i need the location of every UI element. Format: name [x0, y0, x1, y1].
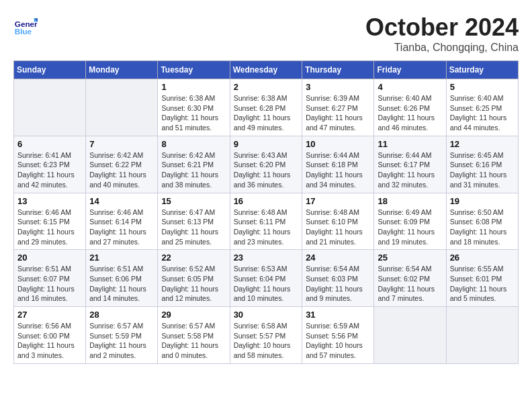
day-number: 17: [306, 196, 370, 206]
day-info: Sunrise: 6:55 AMSunset: 6:01 PMDaylight:…: [450, 264, 515, 304]
day-number: 12: [450, 139, 515, 149]
day-info: Sunrise: 6:39 AMSunset: 6:27 PMDaylight:…: [306, 93, 370, 133]
calendar-table: SundayMondayTuesdayWednesdayThursdayFrid…: [13, 60, 519, 364]
calendar-cell: 6Sunrise: 6:41 AMSunset: 6:23 PMDaylight…: [14, 136, 86, 193]
day-number: 6: [17, 139, 82, 149]
weekday-header-monday: Monday: [86, 61, 158, 79]
day-info: Sunrise: 6:51 AMSunset: 6:07 PMDaylight:…: [17, 264, 82, 304]
day-number: 30: [234, 310, 299, 320]
day-info: Sunrise: 6:59 AMSunset: 5:56 PMDaylight:…: [306, 321, 370, 361]
day-info: Sunrise: 6:38 AMSunset: 6:28 PMDaylight:…: [234, 93, 299, 133]
calendar-cell: 15Sunrise: 6:47 AMSunset: 6:13 PMDayligh…: [158, 193, 230, 250]
calendar-cell: 28Sunrise: 6:57 AMSunset: 5:59 PMDayligh…: [86, 307, 158, 364]
day-info: Sunrise: 6:54 AMSunset: 6:02 PMDaylight:…: [378, 264, 442, 304]
calendar-cell: 18Sunrise: 6:49 AMSunset: 6:09 PMDayligh…: [374, 193, 446, 250]
day-number: 24: [306, 253, 370, 263]
day-number: 29: [161, 310, 226, 320]
calendar-cell: 24Sunrise: 6:54 AMSunset: 6:03 PMDayligh…: [302, 250, 374, 307]
day-number: 15: [161, 196, 226, 206]
month-title: October 2024: [365, 13, 519, 42]
day-info: Sunrise: 6:38 AMSunset: 6:30 PMDaylight:…: [161, 93, 226, 133]
calendar-cell: 19Sunrise: 6:50 AMSunset: 6:08 PMDayligh…: [446, 193, 518, 250]
day-info: Sunrise: 6:40 AMSunset: 6:25 PMDaylight:…: [450, 93, 515, 133]
calendar-cell: 8Sunrise: 6:42 AMSunset: 6:21 PMDaylight…: [158, 136, 230, 193]
day-info: Sunrise: 6:57 AMSunset: 5:58 PMDaylight:…: [161, 321, 226, 361]
weekday-header-wednesday: Wednesday: [230, 61, 302, 79]
week-row-3: 13Sunrise: 6:46 AMSunset: 6:15 PMDayligh…: [14, 193, 519, 250]
day-number: 1: [161, 82, 226, 92]
calendar-cell: 7Sunrise: 6:42 AMSunset: 6:22 PMDaylight…: [86, 136, 158, 193]
calendar-cell: 9Sunrise: 6:43 AMSunset: 6:20 PMDaylight…: [230, 136, 302, 193]
day-info: Sunrise: 6:44 AMSunset: 6:18 PMDaylight:…: [306, 150, 370, 190]
calendar-cell: 1Sunrise: 6:38 AMSunset: 6:30 PMDaylight…: [158, 79, 230, 136]
day-number: 4: [378, 82, 442, 92]
calendar-cell: 14Sunrise: 6:46 AMSunset: 6:14 PMDayligh…: [86, 193, 158, 250]
calendar-cell: 27Sunrise: 6:56 AMSunset: 6:00 PMDayligh…: [14, 307, 86, 364]
day-number: 3: [306, 82, 370, 92]
day-info: Sunrise: 6:44 AMSunset: 6:17 PMDaylight:…: [378, 150, 442, 190]
day-info: Sunrise: 6:47 AMSunset: 6:13 PMDaylight:…: [161, 208, 226, 247]
location: Tianba, Chongqing, China: [365, 42, 519, 54]
day-number: 28: [89, 310, 154, 320]
day-number: 22: [161, 253, 226, 263]
calendar-cell: 11Sunrise: 6:44 AMSunset: 6:17 PMDayligh…: [374, 136, 446, 193]
weekday-header-sunday: Sunday: [14, 61, 86, 79]
day-info: Sunrise: 6:52 AMSunset: 6:05 PMDaylight:…: [161, 264, 226, 304]
calendar-cell: 13Sunrise: 6:46 AMSunset: 6:15 PMDayligh…: [14, 193, 86, 250]
day-number: 13: [17, 196, 82, 206]
week-row-5: 27Sunrise: 6:56 AMSunset: 6:00 PMDayligh…: [14, 307, 519, 364]
calendar-cell: 2Sunrise: 6:38 AMSunset: 6:28 PMDaylight…: [230, 79, 302, 136]
weekday-header-tuesday: Tuesday: [158, 61, 230, 79]
day-number: 19: [450, 196, 515, 206]
day-info: Sunrise: 6:49 AMSunset: 6:09 PMDaylight:…: [378, 208, 442, 247]
calendar-cell: [86, 79, 158, 136]
calendar-cell: [446, 307, 518, 364]
day-info: Sunrise: 6:58 AMSunset: 5:57 PMDaylight:…: [234, 321, 299, 361]
day-info: Sunrise: 6:53 AMSunset: 6:04 PMDaylight:…: [234, 264, 299, 304]
calendar-cell: [14, 79, 86, 136]
day-number: 9: [234, 139, 299, 149]
week-row-4: 20Sunrise: 6:51 AMSunset: 6:07 PMDayligh…: [14, 250, 519, 307]
day-number: 26: [450, 253, 515, 263]
day-number: 27: [17, 310, 82, 320]
calendar-cell: 20Sunrise: 6:51 AMSunset: 6:07 PMDayligh…: [14, 250, 86, 307]
calendar-cell: 17Sunrise: 6:48 AMSunset: 6:10 PMDayligh…: [302, 193, 374, 250]
day-info: Sunrise: 6:51 AMSunset: 6:06 PMDaylight:…: [89, 264, 154, 304]
calendar-cell: 22Sunrise: 6:52 AMSunset: 6:05 PMDayligh…: [158, 250, 230, 307]
day-info: Sunrise: 6:56 AMSunset: 6:00 PMDaylight:…: [17, 321, 82, 361]
day-number: 18: [378, 196, 442, 206]
calendar-cell: 5Sunrise: 6:40 AMSunset: 6:25 PMDaylight…: [446, 79, 518, 136]
calendar-cell: 31Sunrise: 6:59 AMSunset: 5:56 PMDayligh…: [302, 307, 374, 364]
logo: General Blue: [13, 13, 40, 38]
calendar-cell: 3Sunrise: 6:39 AMSunset: 6:27 PMDaylight…: [302, 79, 374, 136]
day-info: Sunrise: 6:41 AMSunset: 6:23 PMDaylight:…: [17, 150, 82, 190]
svg-text:Blue: Blue: [15, 27, 32, 36]
day-number: 10: [306, 139, 370, 149]
day-info: Sunrise: 6:40 AMSunset: 6:26 PMDaylight:…: [378, 93, 442, 133]
week-row-2: 6Sunrise: 6:41 AMSunset: 6:23 PMDaylight…: [14, 136, 519, 193]
calendar-cell: 21Sunrise: 6:51 AMSunset: 6:06 PMDayligh…: [86, 250, 158, 307]
day-info: Sunrise: 6:54 AMSunset: 6:03 PMDaylight:…: [306, 264, 370, 304]
calendar-cell: 23Sunrise: 6:53 AMSunset: 6:04 PMDayligh…: [230, 250, 302, 307]
day-info: Sunrise: 6:46 AMSunset: 6:15 PMDaylight:…: [17, 208, 82, 247]
day-number: 20: [17, 253, 82, 263]
day-info: Sunrise: 6:50 AMSunset: 6:08 PMDaylight:…: [450, 208, 515, 247]
calendar-cell: 12Sunrise: 6:45 AMSunset: 6:16 PMDayligh…: [446, 136, 518, 193]
weekday-header-saturday: Saturday: [446, 61, 518, 79]
day-number: 5: [450, 82, 515, 92]
day-info: Sunrise: 6:43 AMSunset: 6:20 PMDaylight:…: [234, 150, 299, 190]
day-info: Sunrise: 6:45 AMSunset: 6:16 PMDaylight:…: [450, 150, 515, 190]
day-info: Sunrise: 6:46 AMSunset: 6:14 PMDaylight:…: [89, 208, 154, 247]
page-header: General Blue October 2024 Tianba, Chongq…: [13, 13, 519, 54]
day-number: 21: [89, 253, 154, 263]
day-info: Sunrise: 6:48 AMSunset: 6:11 PMDaylight:…: [234, 208, 299, 247]
day-info: Sunrise: 6:42 AMSunset: 6:22 PMDaylight:…: [89, 150, 154, 190]
logo-icon: General Blue: [13, 13, 38, 38]
week-row-1: 1Sunrise: 6:38 AMSunset: 6:30 PMDaylight…: [14, 79, 519, 136]
day-number: 8: [161, 139, 226, 149]
calendar-cell: 30Sunrise: 6:58 AMSunset: 5:57 PMDayligh…: [230, 307, 302, 364]
calendar-cell: 25Sunrise: 6:54 AMSunset: 6:02 PMDayligh…: [374, 250, 446, 307]
calendar-cell: 16Sunrise: 6:48 AMSunset: 6:11 PMDayligh…: [230, 193, 302, 250]
day-info: Sunrise: 6:42 AMSunset: 6:21 PMDaylight:…: [161, 150, 226, 190]
day-info: Sunrise: 6:57 AMSunset: 5:59 PMDaylight:…: [89, 321, 154, 361]
